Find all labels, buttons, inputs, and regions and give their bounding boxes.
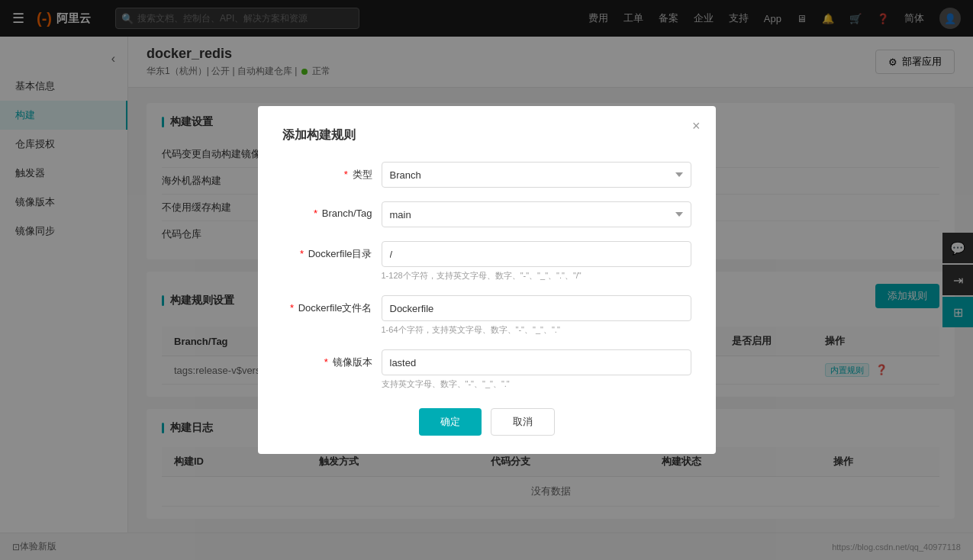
branch-tag-label: * Branch/Tag	[282, 201, 382, 219]
image-version-label: * 镜像版本	[282, 349, 382, 369]
type-label: * 类型	[282, 162, 382, 182]
required-mark-5: *	[324, 356, 328, 368]
form-row-type: * 类型 Branch Tag	[282, 162, 691, 188]
modal-title: 添加构建规则	[282, 127, 691, 143]
confirm-button[interactable]: 确定	[419, 408, 482, 436]
type-control: Branch Tag	[382, 162, 691, 188]
dockerfile-dir-label: * Dockerfile目录	[282, 241, 382, 261]
dockerfile-file-label: * Dockerfile文件名	[282, 295, 382, 315]
branch-tag-control: main master develop	[382, 201, 691, 227]
modal-dialog: 添加构建规则 × * 类型 Branch Tag * Branch/Tag	[258, 106, 716, 454]
modal-overlay: 添加构建规则 × * 类型 Branch Tag * Branch/Tag	[0, 0, 973, 560]
required-mark: *	[344, 169, 348, 180]
dockerfile-dir-hint: 1-128个字符，支持英文字母、数字、"-"、"_"、"."、"/"	[382, 270, 691, 282]
dockerfile-file-control: 1-64个字符，支持英文字母、数字、"-"、"_"、"."	[382, 295, 691, 336]
image-version-control: 支持英文字母、数字、"-"、"_"、"."	[382, 349, 691, 390]
modal-close-button[interactable]: ×	[692, 118, 701, 134]
image-version-input[interactable]	[382, 349, 691, 375]
type-select[interactable]: Branch Tag	[382, 162, 691, 188]
dockerfile-dir-control: 1-128个字符，支持英文字母、数字、"-"、"_"、"."、"/"	[382, 241, 691, 282]
form-row-image-version: * 镜像版本 支持英文字母、数字、"-"、"_"、"."	[282, 349, 691, 390]
required-mark-4: *	[290, 302, 294, 314]
form-row-dockerfile-file: * Dockerfile文件名 1-64个字符，支持英文字母、数字、"-"、"_…	[282, 295, 691, 336]
cancel-button[interactable]: 取消	[491, 408, 555, 436]
modal-footer: 确定 取消	[282, 408, 691, 436]
branch-tag-select[interactable]: main master develop	[382, 201, 691, 227]
form-row-branch-tag: * Branch/Tag main master develop	[282, 201, 691, 227]
required-mark-2: *	[314, 208, 317, 219]
required-mark-3: *	[300, 248, 304, 259]
dockerfile-file-hint: 1-64个字符，支持英文字母、数字、"-"、"_"、"."	[382, 324, 691, 336]
dockerfile-file-input[interactable]	[382, 295, 691, 321]
dockerfile-dir-input[interactable]	[382, 241, 691, 267]
image-version-hint: 支持英文字母、数字、"-"、"_"、"."	[382, 378, 691, 390]
form-row-dockerfile-dir: * Dockerfile目录 1-128个字符，支持英文字母、数字、"-"、"_…	[282, 241, 691, 282]
